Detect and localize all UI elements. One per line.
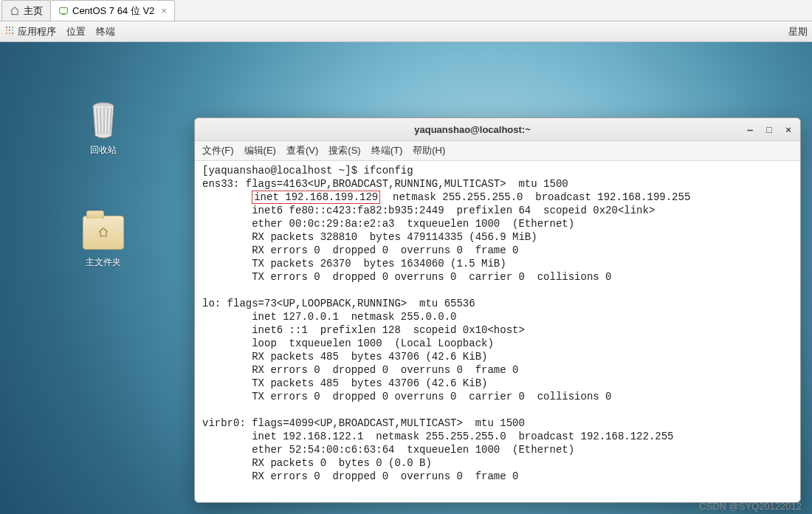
terminal-line: TX packets 485 bytes 43706 (42.6 KiB) [202,377,487,389]
menu-view[interactable]: 查看(V) [286,144,318,157]
terminal-line: RX packets 0 bytes 0 (0.0 B) [202,457,432,469]
terminal-line: loop txqueuelen 1000 (Local Loopback) [202,337,494,349]
terminal-line: lo: flags=73<UP,LOOPBACK,RUNNING> mtu 65… [202,298,475,309]
trash-icon [83,100,124,141]
desktop-icon-trash[interactable]: 回收站 [74,100,133,157]
terminal-menubar: 文件(F) 编辑(E) 查看(V) 搜索(S) 终端(T) 帮助(H) [195,141,800,161]
svg-point-7 [6,32,7,34]
svg-point-2 [9,27,10,28]
home-glyph-icon [83,227,123,241]
terminal-body[interactable]: [yaquanshao@localhost ~]$ ifconfig ens33… [195,161,800,502]
terminal-line: ether 52:54:00:c6:63:64 txqueuelen 1000 … [202,444,574,456]
vm-desktop: 应用程序 位置 终端 星期 回收站 主文件夹 yaqua [0,21,812,514]
terminal-line: TX errors 0 dropped 0 overruns 0 carrier… [202,271,612,283]
terminal-line: inet 192.168.122.1 netmask 255.255.255.0… [202,431,674,442]
terminal-line: inet6 fe80::c423:fa82:b935:2449 prefixle… [202,205,655,216]
home-icon [10,6,20,16]
menu-terminal[interactable]: 终端(T) [371,144,403,157]
host-tab-centos[interactable]: CentOS 7 64 位 V2 × [50,0,175,21]
terminal-line: virbr0: flags=4099<UP,BROADCAST,MULTICAS… [202,417,525,429]
terminal-line: RX errors 0 dropped 0 overruns 0 frame 0 [202,244,518,256]
svg-point-9 [12,32,13,34]
desktop-icon-home-label: 主文件夹 [86,257,121,267]
vm-icon [58,6,69,16]
terminal-titlebar[interactable]: yaquanshao@localhost:~ ‒ □ × [195,118,800,141]
terminal-shortcut[interactable]: 终端 [96,25,115,38]
terminal-line: RX packets 328810 bytes 479114335 (456.9… [202,231,537,243]
svg-point-6 [12,30,13,31]
places-menu[interactable]: 位置 [66,25,86,38]
folder-icon [83,212,124,253]
desktop-icon-home[interactable]: 主文件夹 [74,212,133,269]
terminal-line: RX packets 485 bytes 43706 (42.6 KiB) [202,351,487,363]
desktop-icon-trash-label: 回收站 [90,145,117,155]
highlighted-inet: inet 192.168.199.129 [252,191,380,204]
close-button[interactable]: × [782,123,794,135]
terminal-line: RX errors 0 dropped 0 overruns 0 frame 0 [202,470,518,482]
terminal-line: ens33: flags=4163<UP,BROADCAST,RUNNING,M… [202,178,568,190]
terminal-line: inet 127.0.0.1 netmask 255.0.0.0 [202,311,456,323]
svg-point-1 [6,27,7,28]
apps-menu[interactable]: 应用程序 [4,25,56,38]
terminal-line: [yaquanshao@localhost ~]$ ifconfig [202,165,413,177]
terminal-title: yaquanshao@localhost:~ [201,124,744,135]
apps-label: 应用程序 [18,25,56,38]
terminal-line: netmask 255.255.255.0 broadcast 192.168.… [380,191,690,203]
svg-point-5 [9,30,10,31]
host-tab-strip: 主页 CentOS 7 64 位 V2 × [0,0,812,21]
maximize-button[interactable]: □ [763,123,775,135]
terminal-line: RX errors 0 dropped 0 overruns 0 frame 0 [202,364,518,376]
svg-point-3 [12,27,13,28]
minimize-button[interactable]: ‒ [744,123,756,135]
close-icon[interactable]: × [161,5,167,16]
terminal-line: ether 00:0c:29:8a:e2:a3 txqueuelen 1000 … [202,218,574,230]
terminal-line: TX errors 0 dropped 0 overruns 0 carrier… [202,391,612,402]
svg-point-8 [9,32,10,34]
host-tab-home-label: 主页 [24,4,43,18]
terminal-line: inet6 ::1 prefixlen 128 scopeid 0x10<hos… [202,324,525,336]
menu-edit[interactable]: 编辑(E) [244,144,276,157]
clock[interactable]: 星期 [788,25,808,38]
host-tab-home[interactable]: 主页 [1,0,51,21]
gnome-top-bar: 应用程序 位置 终端 星期 [0,21,812,42]
terminal-window: yaquanshao@localhost:~ ‒ □ × 文件(F) 编辑(E)… [194,117,801,503]
menu-help[interactable]: 帮助(H) [413,144,445,157]
svg-rect-0 [60,7,68,13]
terminal-line: TX packets 26370 bytes 1634060 (1.5 MiB) [202,258,506,270]
menu-file[interactable]: 文件(F) [202,144,234,157]
watermark: CSDN @SYQ20122012 [699,501,802,512]
menu-search[interactable]: 搜索(S) [328,144,360,157]
apps-icon [4,25,15,38]
host-tab-centos-label: CentOS 7 64 位 V2 [72,4,154,18]
svg-point-4 [6,30,7,31]
